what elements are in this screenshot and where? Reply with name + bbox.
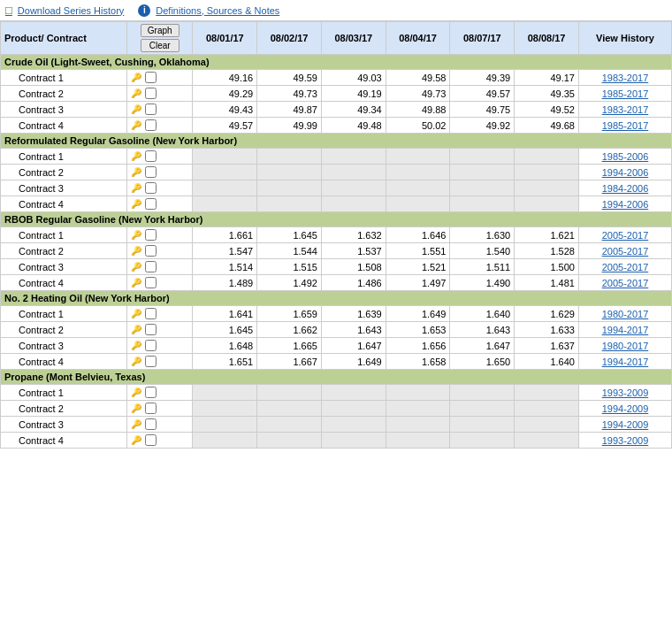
key-icon[interactable]: 🔑 xyxy=(131,278,141,288)
date-col-2: 08/02/17 xyxy=(257,22,322,55)
key-icon[interactable]: 🔑 xyxy=(131,341,141,350)
key-icon[interactable]: 🔑 xyxy=(131,151,141,161)
view-history-link[interactable]: 1983-2017 xyxy=(578,102,671,118)
select-checkbox[interactable] xyxy=(145,104,157,115)
contract-label: Contract 2 xyxy=(1,165,127,180)
select-checkbox[interactable] xyxy=(145,261,157,272)
view-history-link[interactable]: 1994-2009 xyxy=(578,417,671,433)
empty-value-cell xyxy=(321,385,386,401)
contract-label: Contract 4 xyxy=(1,354,127,370)
select-checkbox[interactable] xyxy=(145,356,157,367)
key-icon[interactable]: 🔑 xyxy=(131,230,141,240)
value-cell: 1.528 xyxy=(515,243,579,259)
definitions-link[interactable]: i Definitions, Sources & Notes xyxy=(138,4,279,17)
value-cell: 1.537 xyxy=(321,243,386,259)
select-checkbox[interactable] xyxy=(145,387,157,398)
key-icon[interactable]: 🔑 xyxy=(131,357,141,366)
key-icon[interactable]: 🔑 xyxy=(131,167,141,177)
graph-button[interactable]: Graph xyxy=(141,24,179,37)
key-icon[interactable]: 🔑 xyxy=(131,309,141,318)
contract-label: Contract 1 xyxy=(1,227,127,243)
view-history-link[interactable]: 2005-2017 xyxy=(578,227,671,243)
contract-label: Contract 1 xyxy=(1,385,127,401)
contract-label: Contract 2 xyxy=(1,322,127,338)
select-checkbox[interactable] xyxy=(145,166,157,178)
contract-label: Contract 1 xyxy=(1,149,127,165)
value-cell: 1.649 xyxy=(321,354,386,370)
value-cell: 49.29 xyxy=(193,86,257,102)
view-history-link[interactable]: 1994-2009 xyxy=(578,401,671,417)
view-history-link[interactable]: 2005-2017 xyxy=(578,275,671,291)
select-checkbox[interactable] xyxy=(145,403,157,414)
key-icon[interactable]: 🔑 xyxy=(131,73,141,82)
value-cell: 49.57 xyxy=(193,118,257,134)
key-icon[interactable]: 🔑 xyxy=(131,199,141,209)
select-checkbox[interactable] xyxy=(145,198,157,210)
select-checkbox[interactable] xyxy=(145,340,157,351)
select-checkbox[interactable] xyxy=(145,182,157,194)
view-history-link[interactable]: 1993-2009 xyxy=(578,433,671,449)
select-checkbox[interactable] xyxy=(145,88,157,99)
view-history-link[interactable]: 1994-2017 xyxy=(578,322,671,338)
table-row: Contract 4 🔑 1.4891.4921.4861.4971.4901.… xyxy=(1,275,672,291)
key-icon[interactable]: 🔑 xyxy=(131,246,141,256)
category-label: No. 2 Heating Oil (New York Harbor) xyxy=(1,291,672,306)
value-cell: 49.34 xyxy=(321,102,386,118)
icons-cell: 🔑 xyxy=(127,70,193,86)
view-history-link[interactable]: 2005-2017 xyxy=(578,259,671,275)
empty-value-cell xyxy=(515,417,579,433)
table-row: Contract 4 🔑 1993-2009 xyxy=(1,433,672,449)
select-checkbox[interactable] xyxy=(145,229,157,241)
table-row: Contract 2 🔑 1.5471.5441.5371.5511.5401.… xyxy=(1,243,672,259)
key-icon[interactable]: 🔑 xyxy=(131,88,141,98)
download-series-link[interactable]: □ Download Series History xyxy=(5,4,124,17)
view-history-link[interactable]: 1983-2017 xyxy=(578,70,671,86)
view-history-link[interactable]: 1994-2017 xyxy=(578,354,671,370)
key-icon[interactable]: 🔑 xyxy=(131,387,141,397)
empty-value-cell xyxy=(515,165,579,180)
select-checkbox[interactable] xyxy=(145,245,157,257)
empty-value-cell xyxy=(257,165,322,180)
view-history-link[interactable]: 1985-2017 xyxy=(578,118,671,134)
view-history-link[interactable]: 1994-2006 xyxy=(578,165,671,180)
key-icon[interactable]: 🔑 xyxy=(131,183,141,193)
empty-value-cell xyxy=(450,401,515,417)
select-checkbox[interactable] xyxy=(145,308,157,319)
select-checkbox[interactable] xyxy=(145,150,157,162)
select-checkbox[interactable] xyxy=(145,72,157,83)
value-cell: 49.19 xyxy=(321,86,386,102)
empty-value-cell xyxy=(450,165,515,180)
select-checkbox[interactable] xyxy=(145,418,157,430)
select-checkbox[interactable] xyxy=(145,434,157,446)
view-history-link[interactable]: 1980-2017 xyxy=(578,306,671,322)
view-history-link[interactable]: 1985-2017 xyxy=(578,86,671,102)
empty-value-cell xyxy=(450,385,515,401)
key-icon[interactable]: 🔑 xyxy=(131,435,141,445)
select-checkbox[interactable] xyxy=(145,119,157,131)
clear-button[interactable]: Clear xyxy=(141,39,179,52)
view-history-link[interactable]: 2005-2017 xyxy=(578,243,671,259)
view-history-link[interactable]: 1985-2006 xyxy=(578,149,671,165)
value-cell: 1.621 xyxy=(515,227,579,243)
empty-value-cell xyxy=(193,165,257,180)
key-icon[interactable]: 🔑 xyxy=(131,262,141,272)
view-history-link[interactable]: 1994-2006 xyxy=(578,196,671,212)
view-history-link[interactable]: 1984-2006 xyxy=(578,180,671,196)
value-cell: 49.35 xyxy=(515,86,579,102)
view-history-link[interactable]: 1993-2009 xyxy=(578,385,671,401)
select-checkbox[interactable] xyxy=(145,277,157,288)
value-cell: 1.633 xyxy=(515,322,579,338)
key-icon[interactable]: 🔑 xyxy=(131,325,141,334)
value-cell: 49.75 xyxy=(450,102,515,118)
key-icon[interactable]: 🔑 xyxy=(131,403,141,413)
value-cell: 1.511 xyxy=(450,259,515,275)
value-cell: 1.540 xyxy=(450,243,515,259)
category-label: RBOB Regular Gasoline (New York Harbor) xyxy=(1,212,672,227)
key-icon[interactable]: 🔑 xyxy=(131,419,141,429)
key-icon[interactable]: 🔑 xyxy=(131,104,141,114)
select-checkbox[interactable] xyxy=(145,324,157,335)
value-cell: 1.647 xyxy=(321,338,386,354)
key-icon[interactable]: 🔑 xyxy=(131,120,141,130)
view-history-link[interactable]: 1980-2017 xyxy=(578,338,671,354)
category-row: Reformulated Regular Gasoline (New York … xyxy=(1,134,672,149)
